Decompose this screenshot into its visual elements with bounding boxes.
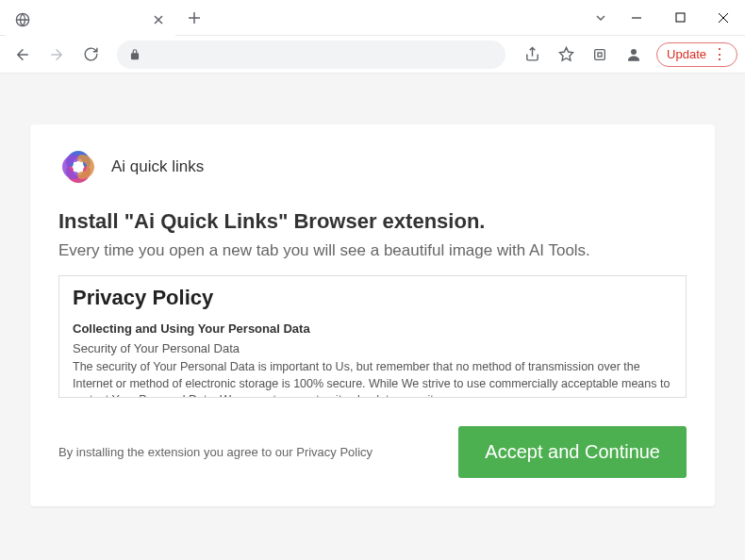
browser-toolbar: Update ⋮ [0, 36, 745, 74]
svg-rect-3 [598, 53, 602, 57]
minimize-button[interactable] [615, 0, 658, 35]
globe-icon [15, 12, 30, 27]
titlebar [0, 0, 745, 36]
privacy-policy-box[interactable]: Privacy Policy Collecting and Using Your… [58, 275, 687, 398]
forward-button[interactable] [41, 40, 72, 70]
install-subheading: Every time you open a new tab you will s… [58, 241, 687, 260]
new-tab-button[interactable] [181, 5, 207, 31]
accept-continue-button[interactable]: Accept and Continue [458, 426, 687, 478]
app-logo-icon [58, 147, 98, 187]
lock-icon [128, 48, 141, 61]
brand-name: Ai quick links [111, 157, 204, 176]
close-window-button[interactable] [702, 0, 745, 35]
tab-close-icon[interactable] [151, 12, 166, 27]
share-icon[interactable] [517, 40, 547, 70]
card-footer: By installing the extension you agree to… [58, 426, 687, 478]
policy-section-heading: Collecting and Using Your Personal Data [73, 321, 672, 336]
bookmark-icon[interactable] [551, 40, 581, 70]
browser-tab[interactable] [6, 4, 175, 36]
agree-text: By installing the extension you agree to… [58, 445, 372, 459]
policy-title: Privacy Policy [73, 286, 672, 310]
svg-point-4 [631, 49, 637, 55]
window-controls [594, 0, 745, 35]
reload-button[interactable] [75, 40, 106, 70]
menu-dots-icon: ⋮ [712, 47, 727, 62]
install-heading: Install "Ai Quick Links" Browser extensi… [58, 209, 687, 234]
update-button[interactable]: Update ⋮ [656, 42, 737, 67]
install-card: Ai quick links Install "Ai Quick Links" … [30, 124, 715, 506]
extensions-icon[interactable] [585, 40, 615, 70]
back-button[interactable] [8, 40, 38, 70]
svg-rect-2 [595, 49, 605, 59]
policy-subsection: Security of Your Personal Data [73, 341, 672, 355]
maximize-button[interactable] [658, 0, 702, 35]
chevron-down-icon[interactable] [594, 11, 607, 25]
update-label: Update [667, 47, 706, 61]
svg-rect-1 [676, 13, 685, 22]
policy-body: The security of Your Personal Data is im… [73, 359, 672, 398]
page-content: Ai quick links Install "Ai Quick Links" … [0, 74, 745, 560]
address-bar[interactable] [117, 41, 505, 69]
profile-icon[interactable] [619, 40, 649, 70]
brand-row: Ai quick links [58, 147, 687, 187]
